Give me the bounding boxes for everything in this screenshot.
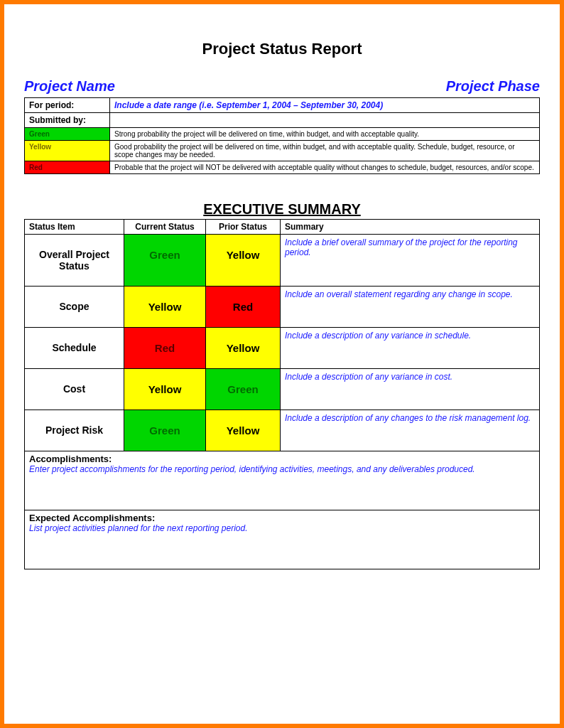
table-row: Overall Project Status Green Yellow Incl… — [25, 235, 540, 287]
col-current-status: Current Status — [124, 220, 206, 235]
legend-green-tag: Green — [25, 128, 110, 141]
summary-cell: Include a brief overall summary of the p… — [281, 235, 540, 287]
expected-body: List project activities planned for the … — [29, 523, 535, 533]
for-period-label: For period: — [25, 98, 110, 113]
table-row: Scope Yellow Red Include an overall stat… — [25, 287, 540, 328]
submitted-by-value — [110, 113, 540, 128]
legend-red-tag: Red — [25, 161, 110, 174]
accomplishments-body: Enter project accomplishments for the re… — [29, 464, 535, 474]
col-status-item: Status Item — [25, 220, 124, 235]
current-status-cell: Yellow — [124, 369, 206, 410]
project-header-row: Project Name Project Phase — [24, 78, 540, 95]
status-item-label: Project Risk — [25, 410, 124, 451]
expected-head: Expected Accomplishments: — [29, 513, 535, 523]
prior-status-cell: Yellow — [206, 328, 281, 369]
project-phase-label: Project Phase — [446, 78, 540, 95]
prior-status-cell: Red — [206, 287, 281, 328]
current-status-cell: Green — [124, 410, 206, 451]
status-item-label: Scope — [25, 287, 124, 328]
legend-yellow-desc: Good probability the project will be del… — [110, 141, 540, 161]
summary-cell: Include a description of any variance in… — [281, 369, 540, 410]
col-prior-status: Prior Status — [206, 220, 281, 235]
submitted-by-label: Submitted by: — [25, 113, 110, 128]
exec-rows: Overall Project Status Green Yellow Incl… — [25, 235, 540, 569]
prior-status-cell: Yellow — [206, 235, 281, 287]
current-status-cell: Red — [124, 328, 206, 369]
table-row: Project Risk Green Yellow Include a desc… — [25, 410, 540, 451]
current-status-cell: Yellow — [124, 287, 206, 328]
for-period-value: Include a date range (i.e. September 1, … — [110, 98, 540, 113]
legend-yellow-tag: Yellow — [25, 141, 110, 161]
page-title: Project Status Report — [24, 40, 540, 58]
legend-red-desc: Probable that the project will NOT be de… — [110, 161, 540, 174]
status-item-label: Overall Project Status — [25, 235, 124, 287]
info-table: For period: Include a date range (i.e. S… — [24, 97, 540, 174]
executive-summary-title: EXECUTIVE SUMMARY — [24, 201, 540, 218]
status-item-label: Cost — [25, 369, 124, 410]
prior-status-cell: Yellow — [206, 410, 281, 451]
table-row: Schedule Red Yellow Include a descriptio… — [25, 328, 540, 369]
project-name-label: Project Name — [24, 78, 115, 95]
summary-cell: Include a description of any variance in… — [281, 328, 540, 369]
current-status-cell: Green — [124, 235, 206, 287]
col-summary: Summary — [281, 220, 540, 235]
legend-green-desc: Strong probability the project will be d… — [110, 128, 540, 141]
summary-cell: Include a description of any changes to … — [281, 410, 540, 451]
expected-accomplishments-row: Expected Accomplishments: List project a… — [25, 510, 540, 569]
prior-status-cell: Green — [206, 369, 281, 410]
accomplishments-head: Accomplishments: — [29, 454, 535, 464]
table-row: Cost Yellow Green Include a description … — [25, 369, 540, 410]
executive-summary-table: Status Item Current Status Prior Status … — [24, 219, 540, 569]
status-item-label: Schedule — [25, 328, 124, 369]
summary-cell: Include an overall statement regarding a… — [281, 287, 540, 328]
accomplishments-row: Accomplishments: Enter project accomplis… — [25, 451, 540, 510]
